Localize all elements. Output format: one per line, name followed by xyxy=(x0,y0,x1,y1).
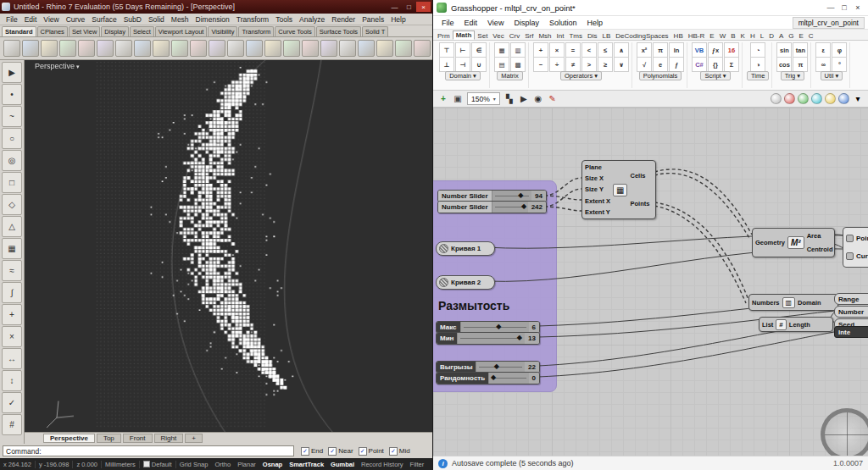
menu-tools[interactable]: Tools xyxy=(272,15,296,24)
input-size-y[interactable]: Size Y xyxy=(585,185,610,193)
point-icon[interactable]: • xyxy=(2,84,22,105)
units-indicator[interactable]: Millimeters xyxy=(102,461,140,468)
zoom-dropdown-icon[interactable]: ▾ xyxy=(493,96,496,102)
polynomials-tool-icon[interactable]: x² xyxy=(637,42,652,58)
util-tool-icon[interactable]: ° xyxy=(832,57,847,72)
menu-view[interactable]: View xyxy=(40,15,62,24)
mirror-icon[interactable] xyxy=(320,40,337,57)
operators-tool-icon[interactable]: ≠ xyxy=(565,57,581,72)
zoom-window-icon[interactable] xyxy=(190,40,207,57)
status-toggle-gumbal[interactable]: Gumbal xyxy=(327,461,358,468)
status-toggle-osnap[interactable]: Osnap xyxy=(259,461,286,468)
toolbar-tab-visibility[interactable]: Visibility xyxy=(208,26,237,36)
polynomials-tool-icon[interactable]: √ xyxy=(637,57,652,72)
split-icon[interactable] xyxy=(358,40,375,57)
polynomials-tool-icon[interactable]: ln xyxy=(669,42,684,58)
output-centroid[interactable]: Centroid xyxy=(807,246,833,253)
viewport-tab-perspective[interactable]: Perspective xyxy=(43,434,95,443)
matrix-tool-icon[interactable]: ▦ xyxy=(494,42,509,58)
menu-curve[interactable]: Curve xyxy=(63,15,89,24)
menu-solid[interactable]: Solid xyxy=(145,15,168,24)
render-tools-icon[interactable]: ↕ xyxy=(2,370,22,391)
display-sphere-icon[interactable] xyxy=(798,93,809,104)
operators-tool-icon[interactable]: × xyxy=(549,42,565,58)
zoom-extents-icon[interactable] xyxy=(209,40,225,57)
display-sphere-icon[interactable] xyxy=(811,93,822,104)
new-document-icon[interactable]: + xyxy=(437,93,449,105)
red-pen-icon[interactable]: ✎ xyxy=(547,93,559,105)
display-sphere-icon[interactable] xyxy=(825,93,836,104)
toolbar-tab-surface-tools[interactable]: Surface Tools xyxy=(316,26,361,36)
palette-label-time[interactable]: Time xyxy=(747,71,769,80)
toolbar-tab-solid-t[interactable]: Solid T xyxy=(362,26,388,36)
category-tab-math[interactable]: Math xyxy=(453,30,476,40)
preview-eye-icon[interactable]: ◉ xyxy=(532,93,544,105)
category-tab-set[interactable]: Set xyxy=(475,32,490,40)
curve-tools-icon[interactable]: △ xyxy=(2,216,22,237)
output-domain[interactable]: Domain xyxy=(798,299,821,307)
input-curve[interactable]: Curve xyxy=(846,252,868,260)
curve-param[interactable]: Кривая 2 xyxy=(436,275,495,290)
grasshopper-titlebar[interactable]: Grasshopper - mltpl_crv_on_point* —□× xyxy=(433,0,868,16)
toolbar-tab-transform[interactable]: Transform xyxy=(238,26,274,36)
save-icon[interactable] xyxy=(41,40,58,57)
canvas-compass-widget[interactable] xyxy=(821,408,868,456)
freeform-curve-icon[interactable]: ~ xyxy=(2,106,22,127)
util-tool-icon[interactable]: ε xyxy=(815,42,831,58)
copy-icon[interactable] xyxy=(97,40,114,57)
polynomials-tool-icon[interactable]: ƒ xyxy=(669,57,684,72)
category-tab-dis[interactable]: Dis xyxy=(585,32,600,40)
viewport-tab-right[interactable]: Right xyxy=(154,434,184,443)
output-area[interactable]: Area xyxy=(807,232,833,240)
area-component[interactable]: Geometry M² Area Centroid xyxy=(752,228,835,257)
redo-icon[interactable] xyxy=(153,40,170,57)
trig-tool-icon[interactable]: tan xyxy=(793,42,808,58)
slider-handle[interactable]: ◆ xyxy=(518,191,523,200)
print-icon[interactable] xyxy=(59,40,76,57)
number-slider[interactable]: Number Slider ◆ 242 xyxy=(437,201,547,213)
construct-domain-component[interactable]: Numbers ▥ Domain xyxy=(748,294,838,311)
operators-tool-icon[interactable]: ≥ xyxy=(598,57,613,72)
square-grid-component[interactable]: Plane Size X Size Y Extent X Extent Y ▦ … xyxy=(581,160,656,219)
status-toggle-planar[interactable]: Planar xyxy=(234,461,259,468)
arc-icon[interactable]: ◎ xyxy=(2,150,22,171)
domain-tool-icon[interactable]: ⊣ xyxy=(455,57,470,72)
rotate-icon[interactable] xyxy=(283,40,300,57)
domain-tool-icon[interactable]: ⊤ xyxy=(439,42,454,58)
menu-subd[interactable]: SubD xyxy=(120,15,145,24)
rhino-titlebar[interactable]: Untitled - Rhino 7 Evaluation (55 Days R… xyxy=(0,0,432,14)
output-points[interactable]: Points xyxy=(630,200,649,207)
toolbar-tab-select[interactable]: Select xyxy=(130,26,154,36)
domain-tool-icon[interactable]: ∪ xyxy=(471,57,487,72)
menu-panels[interactable]: Panels xyxy=(359,15,387,24)
move-icon[interactable] xyxy=(246,40,263,57)
status-toggle-ortho[interactable]: Ortho xyxy=(211,461,234,468)
trig-tool-icon[interactable]: π xyxy=(793,57,808,72)
operators-tool-icon[interactable]: > xyxy=(581,57,597,72)
slider-handle[interactable]: ◆ xyxy=(491,373,496,382)
domain-tool-icon[interactable]: ⊥ xyxy=(439,57,454,72)
checkbox-point[interactable]: ✓ xyxy=(359,447,367,456)
operators-tool-icon[interactable]: < xyxy=(581,42,597,58)
operators-tool-icon[interactable]: ∨ xyxy=(614,57,629,72)
osnap-mid[interactable]: ✓Mid xyxy=(389,447,410,456)
param-range[interactable]: Range xyxy=(834,293,868,305)
cursor-icon[interactable]: ▶ xyxy=(518,93,530,105)
palette-label-polynomials[interactable]: Polynomials xyxy=(639,71,682,80)
operators-tool-icon[interactable]: ∧ xyxy=(614,42,629,58)
output-length[interactable]: Length xyxy=(789,321,810,329)
new-viewport-tab[interactable]: + xyxy=(185,434,203,443)
grasshopper-canvas[interactable]: Number Slider ◆ 94 Number Slider ◆ 242 P… xyxy=(433,108,868,456)
toolbar-tab-curve-tools[interactable]: Curve Tools xyxy=(275,26,314,36)
status-toggle-smarttrack[interactable]: SmartTrack xyxy=(286,461,327,468)
explode-icon[interactable] xyxy=(395,40,412,57)
trig-tool-icon[interactable]: cos xyxy=(776,57,792,72)
close-button[interactable]: × xyxy=(851,2,865,14)
script-tool-icon[interactable]: VB xyxy=(692,42,707,58)
time-tool-icon[interactable]: ◑ xyxy=(750,57,765,72)
group-icon[interactable] xyxy=(414,40,431,57)
script-tool-icon[interactable]: {} xyxy=(708,57,723,72)
checker-icon[interactable]: ▚ xyxy=(504,93,515,105)
curve-edit-icon[interactable]: × xyxy=(2,326,22,347)
slider-handle[interactable]: ◆ xyxy=(521,202,526,211)
